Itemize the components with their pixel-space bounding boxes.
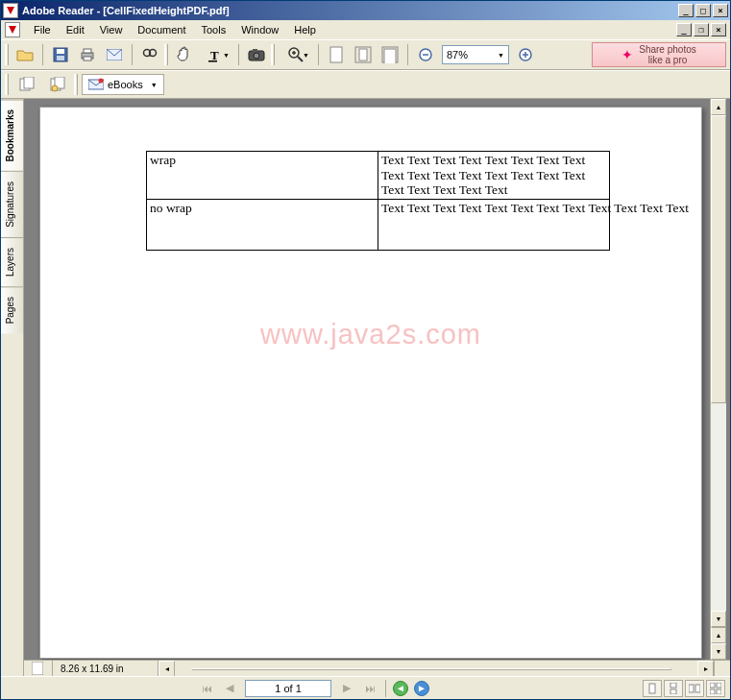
toolbar-grip[interactable] [5, 74, 9, 95]
vscroll-track[interactable] [711, 115, 726, 611]
hscroll-thumb[interactable] [191, 668, 671, 670]
vertical-scrollbar[interactable]: ▴ ▾ ▴ ▾ [710, 99, 726, 660]
chevron-down-icon: ▼ [223, 52, 230, 59]
back-view-button[interactable]: ◄ [393, 681, 408, 696]
svg-rect-45 [717, 689, 721, 694]
svg-text:T: T [210, 48, 219, 62]
menu-bar: File Edit View Document Tools Window Hel… [1, 20, 730, 39]
print-button[interactable] [75, 42, 100, 67]
fit-width-button[interactable] [378, 42, 402, 67]
tool-button-b[interactable] [43, 73, 72, 96]
sidebar-tab-pages[interactable]: Pages [1, 286, 23, 333]
toolbar-grip[interactable] [74, 74, 78, 95]
close-button[interactable]: × [713, 4, 728, 17]
sidebar: Bookmarks Signatures Layers Pages [1, 99, 24, 676]
zoom-in-plus-button[interactable] [513, 42, 538, 67]
secondary-toolbar: eBooks ▼ [1, 70, 730, 99]
sidebar-tab-signatures[interactable]: Signatures [1, 171, 23, 237]
page-icon [32, 662, 43, 675]
scroll-down-button[interactable]: ▾ [711, 611, 726, 627]
svg-rect-36 [32, 662, 43, 675]
svg-rect-37 [649, 684, 655, 693]
email-button[interactable] [102, 42, 127, 67]
facing-layout-button[interactable] [685, 680, 704, 697]
hscroll-left-button[interactable]: ◂ [158, 661, 175, 677]
select-text-tool-button[interactable]: T ▼ [199, 42, 233, 67]
page-down-button[interactable]: ▾ [711, 643, 726, 660]
zoom-in-button[interactable]: ▼ [279, 42, 313, 67]
vscroll-thumb[interactable] [711, 115, 726, 403]
table-row: no wrap Text Text Text Text Text Text Te… [147, 199, 610, 250]
menu-edit[interactable]: Edit [59, 22, 92, 37]
cell-wrap-label: wrap [147, 152, 378, 200]
prev-page-button[interactable]: ◀ [219, 679, 240, 698]
svg-rect-30 [24, 77, 34, 88]
svg-rect-44 [710, 689, 715, 694]
cell-nowrap-label: no wrap [147, 199, 378, 250]
window-title: Adobe Reader - [CellFixedHeightPDF.pdf] [22, 5, 676, 16]
single-page-layout-button[interactable] [643, 680, 662, 697]
hand-tool-button[interactable] [172, 42, 197, 67]
toolbar-separator [407, 44, 408, 65]
watermark: www.java2s.com [260, 319, 481, 350]
page-layout-buttons [642, 680, 726, 697]
page-up-button[interactable]: ▴ [711, 627, 726, 643]
search-button[interactable] [137, 42, 162, 67]
tool-button-a[interactable] [12, 73, 41, 96]
maximize-button[interactable]: □ [695, 4, 711, 17]
menu-tools[interactable]: Tools [194, 22, 234, 37]
toolbar-grip[interactable] [271, 44, 275, 65]
document-wrap: wrap Text Text Text Text Text Text Text … [24, 99, 730, 676]
zoom-level-field[interactable]: 87% ▼ [442, 45, 509, 64]
status-hscroll: 8.26 x 11.69 in ◂ ▸ [24, 660, 730, 676]
svg-rect-1 [57, 49, 64, 54]
toolbar-separator [42, 44, 43, 65]
continuous-layout-button[interactable] [664, 680, 683, 697]
document-icon [5, 22, 20, 37]
toolbar-grip[interactable] [5, 44, 9, 65]
sidebar-tab-bookmarks[interactable]: Bookmarks [1, 99, 23, 171]
svg-rect-42 [710, 683, 715, 688]
next-page-button[interactable]: ▶ [336, 679, 357, 698]
promo-banner[interactable]: ✦ Share photos like a pro [592, 42, 726, 67]
save-button[interactable] [48, 42, 73, 67]
forward-view-button[interactable]: ► [414, 681, 429, 696]
ebooks-dropdown[interactable]: eBooks ▼ [82, 74, 164, 95]
page-number-field[interactable]: 1 of 1 [245, 680, 331, 697]
zoom-value: 87% [447, 49, 468, 60]
promo-line2: like a pro [639, 55, 696, 65]
promo-line1: Share photos [639, 44, 696, 55]
svg-rect-43 [717, 683, 721, 688]
table-row: wrap Text Text Text Text Text Text Text … [147, 152, 610, 200]
minimize-button[interactable]: _ [678, 4, 694, 17]
snapshot-tool-button[interactable] [244, 42, 269, 67]
menu-help[interactable]: Help [286, 22, 324, 37]
svg-rect-19 [330, 47, 342, 62]
mdi-restore-button[interactable]: ❐ [694, 23, 709, 36]
zoom-out-button[interactable] [413, 42, 438, 67]
svg-point-13 [254, 53, 259, 59]
continuous-facing-layout-button[interactable] [706, 680, 725, 697]
toolbar-grip[interactable] [164, 44, 168, 65]
toolbar-separator [132, 44, 133, 65]
fit-page-button[interactable] [351, 42, 376, 67]
menu-file[interactable]: File [26, 22, 59, 37]
scroll-corner [714, 661, 730, 677]
actual-size-button[interactable] [324, 42, 349, 67]
scroll-up-button[interactable]: ▴ [711, 99, 726, 115]
chevron-down-icon: ▼ [303, 52, 309, 59]
menu-document[interactable]: Document [130, 22, 193, 37]
mdi-minimize-button[interactable]: _ [676, 23, 692, 36]
open-button[interactable] [12, 42, 37, 67]
svg-rect-5 [84, 57, 91, 60]
first-page-button[interactable]: ⏮ [196, 679, 217, 698]
svg-rect-4 [84, 49, 91, 53]
hscroll-right-button[interactable]: ▸ [697, 661, 714, 677]
last-page-button[interactable]: ⏭ [359, 679, 380, 698]
sidebar-tab-layers[interactable]: Layers [1, 237, 23, 286]
svg-rect-41 [695, 685, 700, 692]
menu-view[interactable]: View [92, 22, 131, 37]
document-viewport[interactable]: wrap Text Text Text Text Text Text Text … [24, 99, 730, 660]
menu-window[interactable]: Window [233, 22, 286, 37]
mdi-close-button[interactable]: × [711, 23, 726, 36]
